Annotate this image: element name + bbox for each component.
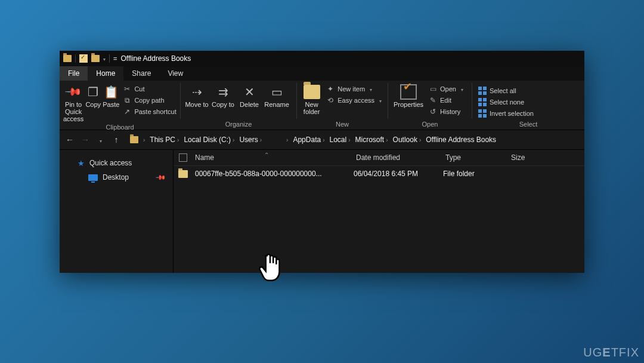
tab-view[interactable]: View — [159, 66, 191, 81]
breadcrumb-item[interactable]: Users› — [239, 136, 262, 144]
cell-date: 06/04/2018 6:45 PM — [354, 170, 443, 178]
chevron-down-icon — [461, 85, 463, 93]
navigation-pane: ★ Quick access Desktop 📌 — [60, 150, 174, 273]
history-button[interactable]: ↺History — [426, 106, 466, 117]
column-headers: Name Date modified Type Size — [174, 150, 584, 166]
breadcrumb-item[interactable]: › — [267, 137, 288, 143]
ribbon-tabs: File Home Share View — [60, 66, 584, 81]
select-all-checkbox[interactable] — [174, 153, 193, 162]
select-none-button[interactable]: Select none — [476, 97, 536, 107]
open-button[interactable]: ▭Open — [426, 84, 466, 94]
group-label: Clipboard — [63, 122, 177, 133]
invert-selection-button[interactable]: Invert selection — [476, 108, 536, 119]
qat-properties-icon[interactable] — [79, 54, 88, 63]
ribbon: 📌 Pin to Quick access ❐ Copy 📋 Paste ✂Cu… — [60, 81, 584, 130]
customize-icon[interactable] — [113, 54, 117, 63]
breadcrumb-item[interactable]: This PC› — [150, 136, 179, 144]
select-all-button[interactable]: Select all — [476, 85, 536, 96]
column-name[interactable]: Name — [193, 153, 356, 162]
paste-shortcut-button[interactable]: ↗Paste shortcut — [120, 106, 178, 117]
copy-button[interactable]: ❐ Copy — [85, 82, 101, 122]
cell-name: 00067ffe-b505-088a-0000-000000000... — [193, 170, 354, 178]
tab-share[interactable]: Share — [123, 66, 159, 81]
copy-path-button[interactable]: ⧉Copy path — [120, 95, 178, 106]
sidebar-item-desktop[interactable]: Desktop 📌 — [60, 170, 173, 184]
copy-to-button[interactable]: ⇉Copy to — [210, 82, 236, 119]
new-item-button[interactable]: ✦New item — [324, 84, 384, 94]
easy-access-button[interactable]: ⟲Easy access — [324, 95, 384, 106]
column-date[interactable]: Date modified — [356, 153, 445, 162]
chevron-right-icon: › — [143, 137, 145, 143]
label: Copy — [85, 101, 101, 108]
label: Pin to Quick access — [63, 101, 83, 122]
breadcrumb-item[interactable]: Offline Address Books — [426, 136, 496, 144]
folder-icon — [63, 55, 72, 62]
grid-icon — [478, 87, 487, 95]
watermark: UGETFIX — [583, 346, 639, 359]
breadcrumb-item[interactable]: Local Disk (C:)› — [184, 136, 234, 144]
qat-dropdown-icon[interactable] — [103, 54, 106, 63]
cut-button[interactable]: ✂Cut — [120, 84, 178, 94]
pin-icon: 📌 — [154, 171, 166, 183]
properties-button[interactable]: Properties — [392, 82, 425, 119]
table-row[interactable]: 00067ffe-b505-088a-0000-000000000... 06/… — [174, 166, 584, 182]
grid-icon — [478, 98, 487, 106]
breadcrumb-item[interactable]: Outlook› — [393, 136, 422, 144]
edit-button[interactable]: ✎Edit — [426, 95, 466, 106]
move-to-button[interactable]: ⇢Move to — [184, 82, 209, 119]
rename-button[interactable]: ▭Rename — [263, 82, 290, 119]
divider — [109, 54, 110, 63]
recent-locations-button[interactable] — [95, 135, 106, 144]
star-icon: ★ — [78, 159, 85, 168]
address-bar: ← → ↑ › This PC› Local Disk (C:)› Users›… — [60, 130, 584, 150]
tab-file[interactable]: File — [60, 66, 88, 81]
group-label: Organize — [184, 119, 293, 130]
back-button[interactable]: ← — [64, 135, 75, 144]
breadcrumb-item[interactable]: Microsoft› — [355, 136, 388, 144]
breadcrumb-item[interactable]: Local› — [329, 136, 350, 144]
chevron-down-icon — [379, 97, 382, 104]
delete-button[interactable]: ✕Delete — [237, 82, 262, 119]
forward-button[interactable]: → — [80, 135, 91, 144]
content-area: ★ Quick access Desktop 📌 Name Date modif… — [60, 150, 584, 273]
group-label: Open — [392, 119, 468, 130]
window-title: Offline Address Books — [120, 54, 191, 63]
folder-icon — [178, 170, 188, 178]
file-explorer-window: Offline Address Books File Home Share Vi… — [60, 51, 584, 272]
sidebar-item-quick-access[interactable]: ★ Quick access — [60, 156, 173, 170]
desktop-icon — [88, 174, 98, 181]
file-list: Name Date modified Type Size 00067ffe-b5… — [174, 150, 584, 273]
label: Paste — [103, 101, 119, 108]
group-label: Select — [476, 119, 581, 130]
tab-home[interactable]: Home — [88, 66, 123, 81]
grid-icon — [478, 109, 487, 118]
title-bar: Offline Address Books — [60, 51, 584, 66]
breadcrumb-item[interactable]: AppData› — [293, 136, 324, 144]
column-type[interactable]: Type — [445, 153, 511, 162]
new-folder-button[interactable]: New folder — [301, 82, 323, 119]
column-size[interactable]: Size — [511, 153, 559, 162]
folder-icon — [130, 136, 138, 143]
up-button[interactable]: ↑ — [111, 135, 122, 144]
chevron-down-icon — [370, 85, 372, 93]
paste-button[interactable]: 📋 Paste — [103, 82, 119, 122]
group-label: New — [301, 119, 384, 130]
divider — [75, 54, 76, 63]
qat-newfolder-icon[interactable] — [91, 55, 100, 62]
cell-type: File folder — [443, 170, 509, 178]
pin-to-quick-button[interactable]: 📌 Pin to Quick access — [63, 82, 83, 122]
